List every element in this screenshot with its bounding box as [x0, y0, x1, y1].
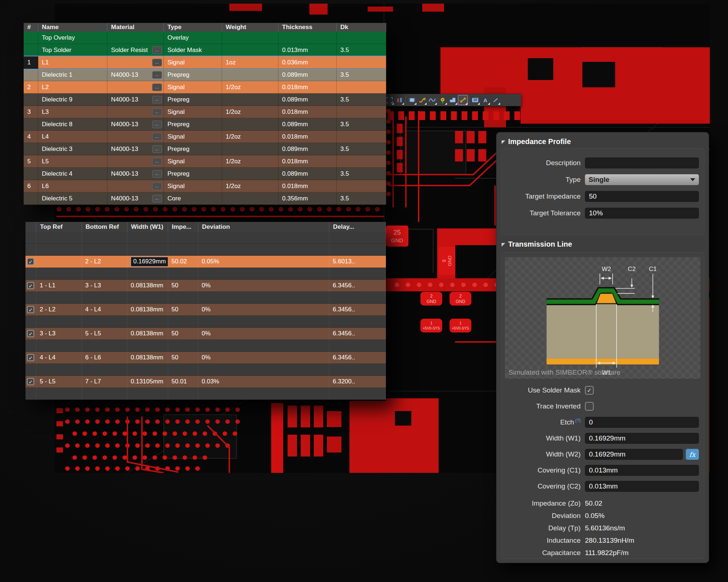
table-row[interactable]: Dielectric 5N4000-13…Core0.356mm3.5: [24, 192, 386, 205]
cell-material[interactable]: …: [107, 106, 164, 118]
table-row[interactable]: 5L5…Signal1/2oz0.018mm: [24, 155, 386, 168]
covering-c2--input[interactable]: 0.013mm: [585, 481, 699, 492]
cell-weight[interactable]: [222, 168, 278, 180]
column-header[interactable]: Type: [164, 23, 222, 32]
track-tool-icon[interactable]: [458, 95, 468, 105]
column-header[interactable]: Bottom Ref: [82, 222, 127, 232]
cell-width[interactable]: 0.08138mm: [127, 304, 168, 316]
cell-width[interactable]: 0.16929mm: [127, 256, 168, 268]
cell-thickness[interactable]: 0.089mm: [278, 168, 337, 180]
cell-dk[interactable]: [337, 81, 386, 93]
cell-impedance[interactable]: 50.01: [168, 376, 198, 388]
cell-bottom_ref[interactable]: 6 - L6: [82, 352, 127, 364]
cell-material[interactable]: N4000-13…: [107, 168, 164, 180]
cell-dk[interactable]: [337, 155, 386, 168]
ellipsis-button[interactable]: …: [152, 195, 162, 202]
cell-name[interactable]: Top Solder: [38, 44, 107, 56]
table-row[interactable]: Dielectric 8N4000-13…Prepreg0.089mm3.5: [24, 118, 386, 131]
column-header[interactable]: Delay...: [329, 222, 386, 232]
cell-delay[interactable]: 6.3456..: [329, 352, 386, 364]
text-tool-icon[interactable]: A: [480, 95, 490, 105]
table-row[interactable]: 4L4…Signal1/2oz0.018mm: [24, 131, 386, 143]
ellipsis-button[interactable]: …: [152, 158, 162, 165]
cell-type[interactable]: Core: [164, 192, 222, 205]
cell-name[interactable]: L6: [38, 180, 107, 192]
cell-num[interactable]: 3: [24, 106, 38, 118]
cell-dk[interactable]: 3.5: [337, 143, 386, 155]
cell-material[interactable]: …: [107, 180, 164, 192]
cell-material[interactable]: …: [107, 81, 164, 93]
cell-num[interactable]: [24, 168, 38, 180]
pcb-pad-9gnd[interactable]: 9 GND: [439, 247, 455, 275]
cell-weight[interactable]: [222, 69, 278, 81]
row-checkbox[interactable]: ✓: [27, 306, 34, 313]
cell-name[interactable]: Dielectric 9: [38, 93, 107, 106]
ellipsis-button[interactable]: …: [152, 145, 162, 153]
table-row[interactable]: ✓3 - L35 - L50.08138mm500%6.3456..: [25, 328, 386, 340]
ellipsis-button[interactable]: …: [152, 96, 162, 103]
table-row[interactable]: Dielectric 1N4000-13…Prepreg0.089mm3.5: [24, 69, 386, 81]
cell-bottom_ref[interactable]: 7 - L7: [82, 376, 127, 388]
cell-delay[interactable]: 6.3456..: [329, 328, 386, 340]
cell-type[interactable]: Overlay: [164, 32, 222, 44]
cell-dk[interactable]: [337, 56, 386, 69]
pcb-pad-5v0-a[interactable]: 1 +5V0-SYS: [420, 319, 442, 332]
cell-thickness[interactable]: 0.018mm: [278, 131, 337, 143]
column-header[interactable]: Thickness: [278, 23, 337, 32]
column-header[interactable]: #: [24, 23, 38, 32]
cell-weight[interactable]: 1/2oz: [222, 180, 278, 192]
table-row[interactable]: Dielectric 9N4000-13…Prepreg0.089mm3.5: [24, 93, 386, 106]
cell-bottom_ref[interactable]: 3 - L3: [82, 280, 127, 292]
description-input[interactable]: [585, 158, 699, 168]
column-header[interactable]: Impe...: [168, 222, 198, 232]
cell-num[interactable]: [24, 118, 38, 131]
ellipsis-button[interactable]: …: [152, 71, 162, 79]
cell-name[interactable]: L4: [38, 131, 107, 143]
cell-deviation[interactable]: 0%: [198, 352, 329, 364]
cell-name[interactable]: L1: [38, 56, 107, 69]
cell-dk[interactable]: [337, 180, 386, 192]
cell-type[interactable]: Signal: [164, 155, 222, 168]
dimension-icon[interactable]: 10: [470, 95, 480, 105]
route-icon[interactable]: [417, 95, 427, 105]
cell-width[interactable]: 0.08138mm: [127, 352, 168, 364]
cell-weight[interactable]: 1/2oz: [222, 131, 278, 143]
target-impedance-input[interactable]: 50: [585, 191, 699, 202]
cell-deviation[interactable]: 0%: [198, 328, 329, 340]
cell-material[interactable]: N4000-13…: [107, 143, 164, 155]
cell-thickness[interactable]: 0.018mm: [278, 155, 337, 168]
cell-dk[interactable]: 3.5: [337, 192, 386, 205]
cell-name[interactable]: Top Overlay: [38, 32, 107, 44]
target-tolerance-input[interactable]: 10%: [585, 208, 699, 219]
column-header[interactable]: [25, 222, 36, 232]
component-icon[interactable]: [407, 95, 417, 105]
line-tool-icon[interactable]: [491, 95, 500, 105]
cell-top_ref[interactable]: 1 - L1: [36, 280, 82, 292]
cell-width[interactable]: 0.08138mm: [127, 280, 168, 292]
cell-dk[interactable]: 3.5: [337, 93, 386, 106]
ellipsis-button[interactable]: …: [152, 120, 162, 128]
table-row[interactable]: 6L6…Signal1/2oz0.018mm: [24, 180, 386, 192]
cell-delay[interactable]: 6.3456..: [329, 304, 386, 316]
column-header[interactable]: Material: [107, 23, 164, 32]
table-row[interactable]: 2L2…Signal1/2oz0.018mm: [24, 81, 386, 93]
cell-thickness[interactable]: 0.089mm: [278, 69, 337, 81]
type-dropdown[interactable]: Single: [585, 174, 699, 185]
cell-delay[interactable]: 6.3200..: [329, 376, 386, 388]
via-icon[interactable]: [438, 95, 447, 105]
column-header[interactable]: Top Ref: [36, 222, 82, 232]
cell-thickness[interactable]: 0.089mm: [278, 143, 337, 155]
cell-width[interactable]: 0.13105mm: [127, 376, 168, 388]
pads-icon[interactable]: [395, 95, 404, 105]
cell-cb[interactable]: ✓: [25, 352, 36, 364]
cell-cb[interactable]: ✓: [25, 376, 36, 388]
cell-top_ref[interactable]: 5 - L5: [36, 376, 82, 388]
width-editor-input[interactable]: 0.16929mm: [131, 257, 168, 267]
cell-delay[interactable]: 5.6013..: [329, 256, 386, 268]
covering-c1--input[interactable]: 0.013mm: [585, 465, 699, 476]
cell-weight[interactable]: [222, 143, 278, 155]
cell-num[interactable]: 4: [24, 131, 38, 143]
pcb-pad-2gnd-b[interactable]: 2 GND: [450, 292, 471, 306]
width-w2--input[interactable]: 0.16929mm: [585, 449, 683, 460]
cell-thickness[interactable]: 0.013mm: [278, 44, 337, 56]
